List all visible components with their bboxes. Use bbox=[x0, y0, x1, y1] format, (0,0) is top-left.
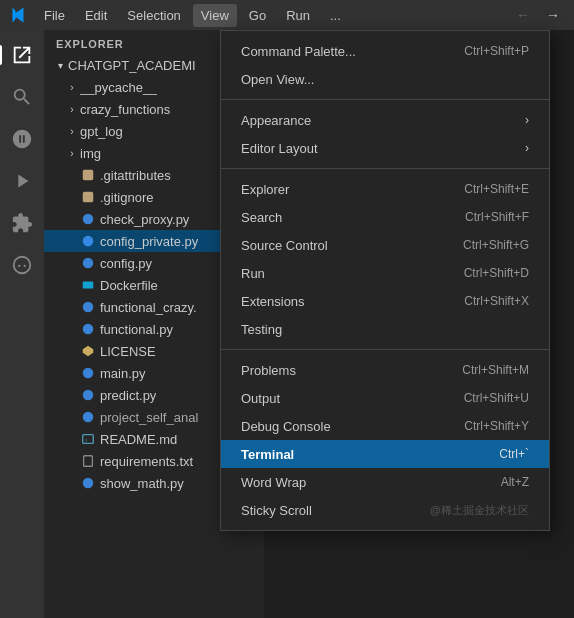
menu-item-command-palette[interactable]: Command Palette... Ctrl+Shift+P bbox=[221, 37, 549, 65]
py-icon bbox=[80, 387, 96, 403]
menu-item-label: Testing bbox=[241, 322, 282, 337]
menu-shortcut: Ctrl+Shift+F bbox=[465, 210, 529, 224]
menu-item-word-wrap[interactable]: Word Wrap Alt+Z bbox=[221, 468, 549, 496]
item-label: gpt_log bbox=[80, 124, 123, 139]
menu-item-problems[interactable]: Problems Ctrl+Shift+M bbox=[221, 356, 549, 384]
menu-shortcut: Ctrl+Shift+Y bbox=[464, 419, 529, 433]
menu-item-debug-console[interactable]: Debug Console Ctrl+Shift+Y bbox=[221, 412, 549, 440]
svg-point-6 bbox=[83, 302, 94, 313]
menu-shortcut: Ctrl+` bbox=[499, 447, 529, 461]
menu-item-label: Command Palette... bbox=[241, 44, 356, 59]
item-label: Dockerfile bbox=[100, 278, 158, 293]
activity-bar bbox=[0, 30, 44, 618]
submenu-arrow-icon: › bbox=[525, 141, 529, 155]
menu-divider bbox=[221, 99, 549, 100]
project-name-label: CHATGPT_ACADEMI bbox=[68, 58, 196, 73]
menu-item-label: Problems bbox=[241, 363, 296, 378]
py-icon bbox=[80, 475, 96, 491]
item-label: check_proxy.py bbox=[100, 212, 189, 227]
menu-section-4: Problems Ctrl+Shift+M Output Ctrl+Shift+… bbox=[221, 354, 549, 526]
menu-edit[interactable]: Edit bbox=[77, 4, 115, 27]
svg-point-9 bbox=[83, 368, 94, 379]
menu-item-testing[interactable]: Testing bbox=[221, 315, 549, 343]
item-label: .gitattributes bbox=[100, 168, 171, 183]
svg-rect-0 bbox=[83, 170, 94, 181]
extensions-activity-icon[interactable] bbox=[5, 206, 39, 240]
menu-shortcut: Ctrl+Shift+G bbox=[463, 238, 529, 252]
menu-item-label: Explorer bbox=[241, 182, 289, 197]
py-icon bbox=[80, 233, 96, 249]
menu-more[interactable]: ... bbox=[322, 4, 349, 27]
gitattr-icon bbox=[80, 167, 96, 183]
app-logo bbox=[8, 5, 28, 25]
menu-shortcut: Ctrl+Shift+M bbox=[462, 363, 529, 377]
item-label: img bbox=[80, 146, 101, 161]
item-label: __pycache__ bbox=[80, 80, 157, 95]
svg-point-11 bbox=[83, 412, 94, 423]
menu-view[interactable]: View bbox=[193, 4, 237, 27]
menu-item-sticky-scroll[interactable]: Sticky Scroll @稀土掘金技术社区 bbox=[221, 496, 549, 524]
py-icon bbox=[80, 211, 96, 227]
menu-shortcut: Ctrl+Shift+U bbox=[464, 391, 529, 405]
item-label: main.py bbox=[100, 366, 146, 381]
menu-item-appearance[interactable]: Appearance › bbox=[221, 106, 549, 134]
menu-run[interactable]: Run bbox=[278, 4, 318, 27]
menu-item-label: Terminal bbox=[241, 447, 294, 462]
menu-item-label: Output bbox=[241, 391, 280, 406]
menu-section-1: Command Palette... Ctrl+Shift+P Open Vie… bbox=[221, 35, 549, 95]
menu-item-label: Debug Console bbox=[241, 419, 331, 434]
item-label: config.py bbox=[100, 256, 152, 271]
py-icon bbox=[80, 365, 96, 381]
menu-file[interactable]: File bbox=[36, 4, 73, 27]
back-arrow[interactable]: ← bbox=[510, 4, 536, 26]
item-label: .gitignore bbox=[100, 190, 153, 205]
svg-rect-5 bbox=[83, 282, 94, 289]
menu-shortcut: @稀土掘金技术社区 bbox=[430, 503, 529, 518]
forward-arrow[interactable]: → bbox=[540, 4, 566, 26]
search-activity-icon[interactable] bbox=[5, 80, 39, 114]
menu-item-run[interactable]: Run Ctrl+Shift+D bbox=[221, 259, 549, 287]
explorer-activity-icon[interactable] bbox=[5, 38, 39, 72]
menu-selection[interactable]: Selection bbox=[119, 4, 188, 27]
menu-item-label: Open View... bbox=[241, 72, 314, 87]
menu-item-extensions[interactable]: Extensions Ctrl+Shift+X bbox=[221, 287, 549, 315]
menu-item-open-view[interactable]: Open View... bbox=[221, 65, 549, 93]
chevron-right-icon: › bbox=[64, 79, 80, 95]
menu-item-search[interactable]: Search Ctrl+Shift+F bbox=[221, 203, 549, 231]
nav-arrows: ← → bbox=[510, 4, 566, 26]
svg-point-4 bbox=[83, 258, 94, 269]
item-label: requirements.txt bbox=[100, 454, 193, 469]
menu-item-label: Sticky Scroll bbox=[241, 503, 312, 518]
svg-point-3 bbox=[83, 236, 94, 247]
menu-item-terminal[interactable]: Terminal Ctrl+` bbox=[221, 440, 549, 468]
menu-item-label: Search bbox=[241, 210, 282, 225]
item-label: config_private.py bbox=[100, 234, 198, 249]
item-label: predict.py bbox=[100, 388, 156, 403]
item-label: README.md bbox=[100, 432, 177, 447]
source-control-activity-icon[interactable] bbox=[5, 122, 39, 156]
md-icon: i bbox=[80, 431, 96, 447]
svg-point-7 bbox=[83, 324, 94, 335]
view-menu-dropdown: Command Palette... Ctrl+Shift+P Open Vie… bbox=[220, 30, 550, 531]
py-icon bbox=[80, 409, 96, 425]
item-label: functional_crazy. bbox=[100, 300, 197, 315]
chevron-right-icon: › bbox=[64, 123, 80, 139]
item-label: project_self_anal bbox=[100, 410, 198, 425]
svg-rect-12 bbox=[83, 435, 94, 444]
title-bar: File Edit Selection View Go Run ... ← → bbox=[0, 0, 574, 30]
menu-go[interactable]: Go bbox=[241, 4, 274, 27]
svg-rect-14 bbox=[84, 456, 93, 467]
menu-item-label: Extensions bbox=[241, 294, 305, 309]
menu-item-source-control[interactable]: Source Control Ctrl+Shift+G bbox=[221, 231, 549, 259]
chevron-right-icon: › bbox=[64, 101, 80, 117]
menu-shortcut: Alt+Z bbox=[501, 475, 529, 489]
svg-marker-8 bbox=[83, 346, 94, 357]
item-label: crazy_functions bbox=[80, 102, 170, 117]
svg-rect-1 bbox=[83, 192, 94, 203]
item-label: show_math.py bbox=[100, 476, 184, 491]
run-activity-icon[interactable] bbox=[5, 164, 39, 198]
testing-activity-icon[interactable] bbox=[5, 248, 39, 282]
menu-item-explorer[interactable]: Explorer Ctrl+Shift+E bbox=[221, 175, 549, 203]
menu-item-editor-layout[interactable]: Editor Layout › bbox=[221, 134, 549, 162]
menu-item-output[interactable]: Output Ctrl+Shift+U bbox=[221, 384, 549, 412]
